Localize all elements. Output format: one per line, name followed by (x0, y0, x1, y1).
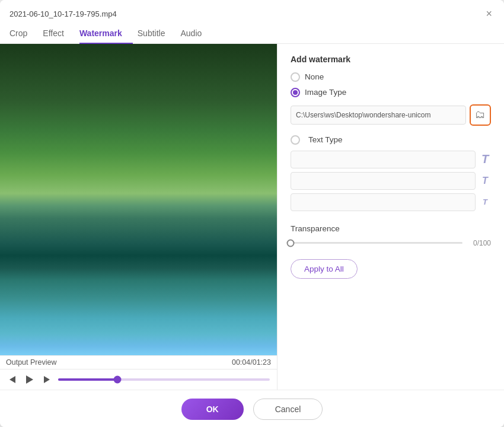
output-label-text: Output Preview (6, 358, 56, 367)
text-input-row-3: T (291, 193, 491, 211)
none-label: None (305, 72, 324, 81)
prev-frame-button[interactable] (7, 375, 18, 384)
bottom-bar: OK Cancel (0, 390, 504, 427)
close-button[interactable]: × (483, 7, 495, 20)
ok-button[interactable]: OK (181, 399, 244, 420)
output-label-bar: Output Preview 00:04/01:23 (0, 355, 277, 369)
controls-bar (0, 369, 277, 390)
preview-top (0, 44, 277, 356)
progress-fill (58, 378, 117, 381)
file-path-row: C:\Users\ws\Desktop\wondershare-unicom 🗂 (291, 104, 491, 126)
text-input-2[interactable] (291, 172, 476, 190)
image-type-radio[interactable] (291, 88, 300, 97)
apply-to-all-button[interactable]: Apply to All (291, 259, 358, 279)
slider-value: 0/100 (468, 239, 491, 247)
file-path-input[interactable]: C:\Users\ws\Desktop\wondershare-unicom (291, 106, 466, 125)
tab-crop[interactable]: Crop (9, 24, 38, 44)
text-input-row-2: T (291, 172, 491, 190)
folder-icon: 🗂 (475, 109, 486, 121)
browse-folder-button[interactable]: 🗂 (470, 104, 491, 126)
text-input-row-1: T (291, 151, 491, 168)
next-frame-button[interactable] (42, 375, 52, 384)
tab-watermark[interactable]: Watermark (79, 24, 133, 44)
tab-audio[interactable]: Audio (180, 24, 212, 44)
text-inputs: T T T (291, 151, 491, 211)
text-input-3[interactable] (291, 193, 476, 211)
prev-icon (9, 376, 15, 383)
tab-subtitle[interactable]: Subtitle (138, 24, 176, 44)
main-content: Output Preview 00:04/01:23 (0, 44, 504, 390)
image-type-radio-row[interactable]: Image Type (291, 88, 491, 97)
next-icon (44, 376, 50, 383)
text-type-radio-row[interactable]: Text Type (291, 135, 491, 145)
text-input-1[interactable] (291, 151, 476, 168)
none-radio-row[interactable]: None (291, 72, 491, 82)
transparence-section: Transparence 0/100 (291, 224, 491, 247)
text-type-section: Text Type T T T (291, 135, 491, 211)
right-panel: Add watermark None Image Type C:\Users\w… (277, 44, 504, 390)
timestamp: 00:04/01:23 (232, 358, 271, 367)
t-icon-large: T (479, 152, 491, 166)
window-title: 2021-06-10_10-17-19-795.mp4 (9, 9, 117, 18)
radio-inner (293, 90, 298, 95)
title-bar: 2021-06-10_10-17-19-795.mp4 × (0, 0, 504, 21)
t-icon-medium: T (479, 176, 491, 186)
left-panel: Output Preview 00:04/01:23 (0, 44, 277, 390)
slider-thumb[interactable] (287, 239, 295, 247)
t-icon-small: T (479, 197, 491, 206)
cancel-button[interactable]: Cancel (253, 399, 323, 420)
tab-bar: Crop Effect Watermark Subtitle Audio (0, 24, 504, 44)
none-radio[interactable] (291, 72, 300, 82)
text-type-radio[interactable] (291, 135, 300, 145)
progress-bar[interactable] (58, 378, 270, 381)
main-window: 2021-06-10_10-17-19-795.mp4 × Crop Effec… (0, 0, 504, 427)
section-title: Add watermark (291, 55, 491, 64)
image-type-label: Image Type (305, 88, 346, 97)
play-icon (26, 375, 33, 384)
tab-effect[interactable]: Effect (43, 24, 75, 44)
file-path-text: C:\Users\ws\Desktop\wondershare-unicom (296, 111, 430, 119)
play-button[interactable] (24, 374, 36, 385)
transparence-label: Transparence (291, 224, 491, 233)
text-type-label: Text Type (308, 135, 343, 144)
slider-row: 0/100 (291, 239, 491, 247)
progress-thumb[interactable] (113, 376, 121, 384)
slider-track[interactable] (291, 242, 462, 244)
